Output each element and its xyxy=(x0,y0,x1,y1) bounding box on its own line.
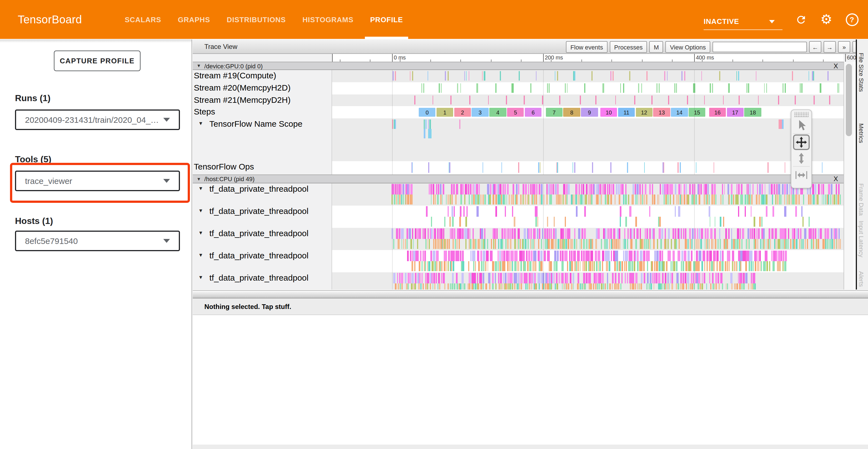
trace-event xyxy=(551,229,552,239)
step-block[interactable]: 8 xyxy=(563,108,580,117)
step-block[interactable]: 18 xyxy=(744,108,762,117)
close-section-button[interactable]: X xyxy=(834,175,838,183)
track-events[interactable] xyxy=(332,161,843,175)
splitter[interactable] xyxy=(193,290,868,298)
pan-tool[interactable] xyxy=(793,134,810,150)
track-label[interactable]: ▼tf_data_private_threadpool xyxy=(193,206,332,228)
side-tab-input-latency[interactable]: Input Latency xyxy=(858,220,865,257)
palette-drag-handle[interactable] xyxy=(794,112,809,117)
metrics-button[interactable]: M xyxy=(649,41,663,53)
step-block[interactable]: 15 xyxy=(689,108,706,117)
view-options-button[interactable]: View Options xyxy=(665,41,710,53)
flow-events-button[interactable]: Flow events xyxy=(566,41,607,53)
bottom-strip xyxy=(193,445,868,449)
status-dropdown[interactable]: INACTIVE xyxy=(704,13,782,30)
trace-event xyxy=(648,283,650,290)
runs-select[interactable]: 20200409-231431/train/2020_04_… xyxy=(15,110,180,130)
step-block[interactable]: 11 xyxy=(618,108,635,117)
tools-select[interactable]: trace_viewer xyxy=(15,171,180,191)
step-block[interactable]: 9 xyxy=(581,108,598,117)
trace-event xyxy=(452,273,454,283)
pan-right-button[interactable]: → xyxy=(824,41,836,53)
step-block[interactable]: 0 xyxy=(419,108,436,117)
track-events[interactable] xyxy=(332,183,843,206)
settings-button[interactable]: ⚙ xyxy=(819,12,834,27)
track-events[interactable] xyxy=(332,118,843,161)
side-tab-metrics[interactable]: Metrics xyxy=(858,123,865,143)
scrollbar-thumb[interactable] xyxy=(846,64,852,136)
select-tool[interactable] xyxy=(793,118,810,134)
side-tab-frame-data[interactable]: Frame Data xyxy=(858,183,865,216)
trace-event xyxy=(468,229,469,239)
track-events[interactable] xyxy=(332,250,843,272)
track-events[interactable] xyxy=(332,206,843,228)
tab-distributions[interactable]: DISTRIBUTIONS xyxy=(219,0,294,39)
collapse-arrow-icon[interactable]: ▼ xyxy=(198,274,203,280)
trace-event xyxy=(559,273,560,283)
timeline-ruler[interactable]: 0 ms200 ms400 ms600 xyxy=(193,54,868,62)
collapse-arrow-icon[interactable]: ▼ xyxy=(198,121,203,126)
track-label[interactable]: ▼TensorFlow Name Scope xyxy=(193,118,332,161)
process-section-header[interactable]: ▼/host:CPU (pid 49)X xyxy=(193,175,843,183)
close-section-button[interactable]: X xyxy=(834,62,838,70)
tab-scalars[interactable]: SCALARS xyxy=(116,0,169,39)
collapse-arrow-icon[interactable]: ▼ xyxy=(198,186,203,191)
trace-event xyxy=(782,261,783,271)
track-events[interactable]: 0123456789101112131415161718 xyxy=(332,106,843,118)
trace-event xyxy=(587,273,589,283)
vertical-scrollbar[interactable] xyxy=(843,62,854,290)
track-label[interactable]: Stream #19(Compute) xyxy=(193,70,332,82)
track-label[interactable]: ▼tf_data_private_threadpool xyxy=(193,250,332,272)
step-block[interactable]: 12 xyxy=(636,108,653,117)
collapse-arrow-icon[interactable]: ▼ xyxy=(198,252,203,258)
step-block[interactable]: 13 xyxy=(653,108,670,117)
step-block[interactable]: 1 xyxy=(436,108,454,117)
side-tab-alerts[interactable]: Alerts xyxy=(858,271,865,287)
zoom-tool[interactable] xyxy=(793,151,810,167)
pan-left-button[interactable]: ← xyxy=(809,41,822,53)
side-tab-file-size-stats[interactable]: File Size Stats xyxy=(858,53,865,92)
collapse-arrow-icon[interactable]: ▼ xyxy=(196,63,201,68)
tab-profile[interactable]: PROFILE xyxy=(362,0,411,39)
trace-event xyxy=(745,261,747,271)
collapse-arrow-icon[interactable]: ▼ xyxy=(196,176,201,181)
process-section-header[interactable]: ▼/device:GPU:0 (pid 0)X xyxy=(193,62,843,70)
collapse-arrow-icon[interactable]: ▼ xyxy=(198,208,203,213)
step-block[interactable]: 6 xyxy=(525,108,542,117)
trace-search-input[interactable] xyxy=(713,42,807,52)
track-label[interactable]: TensorFlow Ops xyxy=(193,161,332,175)
step-block[interactable]: 14 xyxy=(671,108,688,117)
track-events[interactable] xyxy=(332,94,843,106)
collapse-arrow-icon[interactable]: ▼ xyxy=(198,230,203,236)
step-block[interactable]: 10 xyxy=(600,108,617,117)
track-label[interactable]: Stream #20(MemcpyH2D) xyxy=(193,82,332,94)
tab-histograms[interactable]: HISTOGRAMS xyxy=(294,0,362,39)
track-label[interactable]: Steps xyxy=(193,106,332,118)
step-block[interactable]: 17 xyxy=(727,108,744,117)
step-block[interactable]: 5 xyxy=(507,108,524,117)
track-label[interactable]: ▼tf_data_private_threadpool xyxy=(193,228,332,250)
step-block[interactable]: 4 xyxy=(489,108,506,117)
processes-button[interactable]: Processes xyxy=(610,41,647,53)
track-events[interactable] xyxy=(332,228,843,250)
track-label[interactable]: ▼tf_data_private_threadpool xyxy=(193,183,332,206)
capture-profile-button[interactable]: CAPTURE PROFILE xyxy=(54,51,141,71)
track-events[interactable] xyxy=(332,70,843,82)
step-block[interactable]: 16 xyxy=(709,108,726,117)
track-events[interactable] xyxy=(332,82,843,94)
skip-end-button[interactable]: » xyxy=(838,41,850,53)
step-block[interactable]: 3 xyxy=(472,108,489,117)
step-block[interactable]: 7 xyxy=(546,108,563,117)
timing-tool[interactable] xyxy=(793,167,810,183)
trace-event xyxy=(512,206,514,217)
trace-event xyxy=(546,194,548,205)
track-events[interactable] xyxy=(332,272,843,290)
hosts-select[interactable]: 8efc5e791540 xyxy=(15,231,180,251)
tab-graphs[interactable]: GRAPHS xyxy=(169,0,219,39)
trace-event xyxy=(403,239,404,249)
step-block[interactable]: 2 xyxy=(454,108,471,117)
track-label[interactable]: Stream #21(MemcpyD2H) xyxy=(193,94,332,106)
refresh-button[interactable] xyxy=(794,12,808,27)
track-label[interactable]: ▼tf_data_private_threadpool xyxy=(193,272,332,290)
help-button[interactable]: ? xyxy=(845,12,859,27)
